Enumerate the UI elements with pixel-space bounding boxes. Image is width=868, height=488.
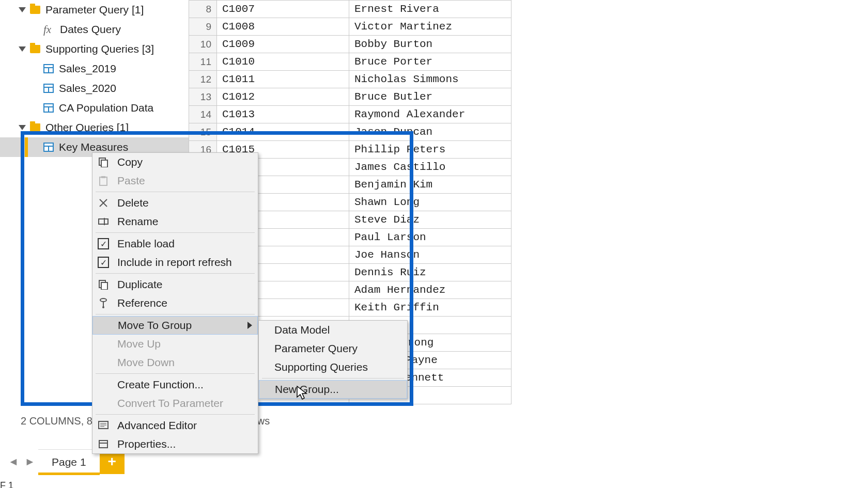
tab-label: Page 1 [52, 456, 86, 468]
row-number: 8 [189, 1, 217, 18]
folder-other-queries[interactable]: Other Queries [1] [0, 118, 189, 137]
cell-code[interactable]: C1008 [217, 18, 349, 36]
submenu-label: New Group... [275, 383, 339, 396]
table-row[interactable]: 11C1010Bruce Porter [189, 53, 512, 71]
menu-enable-load[interactable]: ✓ Enable load [92, 234, 258, 253]
folder-icon [30, 6, 40, 14]
folder-supporting-queries[interactable]: Supporting Queries [3] [0, 39, 189, 59]
cell-name[interactable]: Bobby Burton [349, 36, 512, 53]
copy-icon [98, 156, 109, 168]
query-tree: Parameter Query [1] fx Dates Query Suppo… [0, 0, 189, 157]
menu-create-function[interactable]: Create Function... [92, 375, 258, 394]
submenu-supporting-queries[interactable]: Supporting Queries [259, 358, 407, 376]
query-label: Key Measures [59, 141, 128, 153]
cell-code[interactable]: C1013 [217, 106, 349, 123]
row-number: 11 [189, 53, 217, 71]
cell-name[interactable]: Nicholas Simmons [349, 71, 512, 88]
cell-code[interactable]: C1007 [217, 1, 349, 18]
svg-rect-16 [99, 440, 107, 448]
properties-icon [98, 438, 109, 450]
cell-name[interactable]: Jason Duncan [349, 123, 512, 141]
cell-name[interactable]: Joe Hanson [349, 246, 512, 264]
cell-name[interactable]: Dennis Ruiz [349, 264, 512, 281]
menu-rename[interactable]: Rename [92, 212, 258, 231]
menu-separator [96, 373, 255, 374]
query-ca-population[interactable]: CA Population Data [0, 98, 189, 118]
menu-label: Reference [117, 297, 167, 309]
menu-properties[interactable]: Properties... [92, 435, 258, 453]
menu-label: Move Up [117, 338, 161, 350]
cell-name[interactable]: Steve Diaz [349, 211, 512, 229]
duplicate-icon [98, 279, 109, 290]
status-columns: 2 COLUMNS, 80 [21, 415, 98, 427]
menu-label: Create Function... [117, 379, 204, 391]
table-row[interactable]: 15C1014Jason Duncan [189, 123, 512, 141]
cell-name[interactable]: Benjamin Kim [349, 176, 512, 194]
query-label: Dates Query [60, 23, 121, 36]
query-dates[interactable]: fx Dates Query [0, 20, 189, 39]
table-row[interactable]: 12C1011Nicholas Simmons [189, 71, 512, 88]
menu-paste: Paste [92, 171, 258, 190]
menu-include-refresh[interactable]: ✓ Include in report refresh [92, 253, 258, 272]
menu-move-to-group[interactable]: Move To Group [92, 316, 258, 335]
cell-name[interactable]: James Castillo [349, 159, 512, 176]
cell-name[interactable]: Shawn Long [349, 194, 512, 211]
table-row[interactable]: 9C1008Victor Martinez [189, 18, 512, 36]
table-row[interactable]: 10C1009Bobby Burton [189, 36, 512, 53]
context-menu: Copy Paste Delete Rename ✓ Enable load ✓… [92, 152, 258, 454]
caret-down-icon [19, 125, 26, 130]
menu-duplicate[interactable]: Duplicate [92, 275, 258, 294]
cell-name[interactable]: Adam Hernandez [349, 281, 512, 299]
menu-label: Properties... [117, 438, 176, 450]
menu-copy[interactable]: Copy [92, 153, 258, 171]
tab-next[interactable]: ► [22, 449, 38, 474]
submenu-label: Supporting Queries [274, 361, 368, 373]
cell-code[interactable]: C1010 [217, 53, 349, 71]
caret-down-icon [19, 7, 26, 12]
checkbox-checked-icon: ✓ [98, 257, 109, 268]
move-to-group-submenu: Data Model Parameter Query Supporting Qu… [258, 320, 408, 399]
table-row[interactable]: 13C1012Bruce Butler [189, 88, 512, 106]
submenu-parameter-query[interactable]: Parameter Query [259, 339, 407, 358]
menu-label: Move Down [117, 356, 175, 369]
caret-down-icon [19, 46, 26, 52]
row-number: 9 [189, 18, 217, 36]
rename-icon [98, 216, 109, 227]
menu-move-down: Move Down [92, 353, 258, 372]
table-icon [43, 103, 54, 113]
menu-delete[interactable]: Delete [92, 194, 258, 212]
menu-reference[interactable]: Reference [92, 294, 258, 312]
table-row[interactable]: 8C1007Ernest Rivera [189, 1, 512, 18]
submenu-label: Parameter Query [274, 342, 358, 355]
submenu-data-model[interactable]: Data Model [259, 321, 407, 339]
folder-icon [30, 45, 40, 53]
submenu-new-group[interactable]: New Group... [259, 380, 407, 399]
table-row[interactable]: 14C1013Raymond Alexander [189, 106, 512, 123]
cell-name[interactable]: Keith Griffin [349, 299, 512, 317]
cell-name[interactable]: Phillip Peters [349, 141, 512, 159]
menu-label: Rename [117, 215, 158, 228]
cell-code[interactable]: C1011 [217, 71, 349, 88]
folder-parameter-query[interactable]: Parameter Query [1] [0, 0, 189, 20]
tab-page-1[interactable]: Page 1 [38, 449, 100, 474]
cell-code[interactable]: C1009 [217, 36, 349, 53]
tab-prev[interactable]: ◄ [5, 449, 22, 474]
menu-label: Paste [117, 175, 145, 187]
cell-name[interactable]: Ernest Rivera [349, 1, 512, 18]
cell-name[interactable]: Paul Larson [349, 229, 512, 246]
fx-icon: fx [43, 23, 54, 36]
cell-name[interactable]: Victor Martinez [349, 18, 512, 36]
cell-code[interactable]: C1014 [217, 123, 349, 141]
menu-separator [96, 314, 255, 314]
svg-point-10 [100, 298, 106, 302]
cell-name[interactable]: Bruce Butler [349, 88, 512, 106]
cell-name[interactable]: Bruce Porter [349, 53, 512, 71]
query-label: Sales_2019 [59, 62, 116, 75]
cell-name[interactable]: Raymond Alexander [349, 106, 512, 123]
cell-code[interactable]: C1012 [217, 88, 349, 106]
svg-rect-3 [101, 176, 105, 178]
query-sales-2020[interactable]: Sales_2020 [0, 78, 189, 98]
menu-advanced-editor[interactable]: Advanced Editor [92, 416, 258, 435]
query-sales-2019[interactable]: Sales_2019 [0, 59, 189, 78]
reference-icon [98, 297, 109, 309]
